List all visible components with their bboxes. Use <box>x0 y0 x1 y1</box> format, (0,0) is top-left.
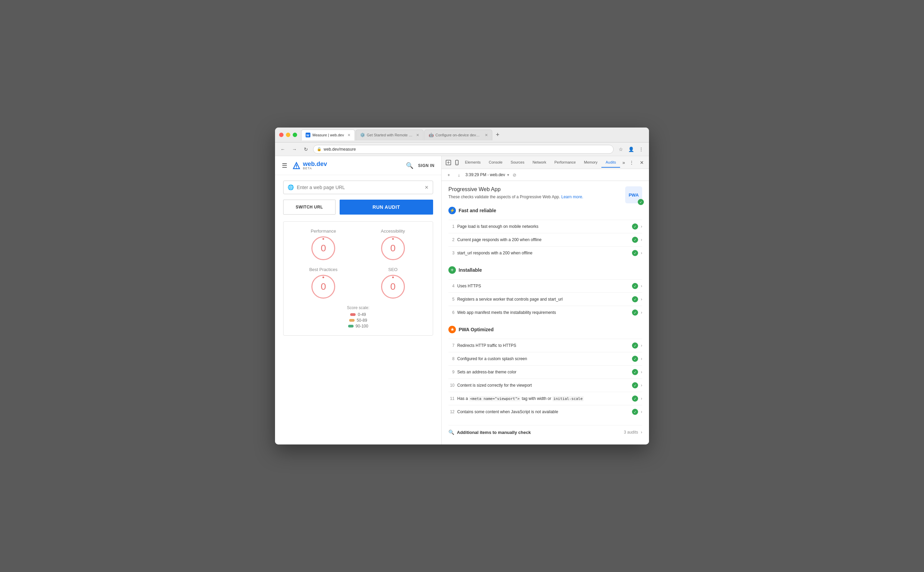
webdev-logo: ☰ web.dev BETA <box>282 161 327 170</box>
pwa-optimized-icon: ★ <box>448 326 456 333</box>
forward-button[interactable]: → <box>290 145 299 154</box>
audit-check-8: ✓ <box>632 356 638 362</box>
url-input[interactable] <box>297 185 422 190</box>
hamburger-icon[interactable]: ☰ <box>282 162 287 169</box>
search-icon[interactable]: 🔍 <box>406 162 413 169</box>
audit-chevron-10[interactable]: › <box>641 383 642 388</box>
score-cards: Performance 0 Accessibility 0 <box>283 221 433 336</box>
svg-text:W: W <box>306 134 309 137</box>
bookmark-button[interactable]: ☆ <box>616 145 625 154</box>
url-bar[interactable]: 🔒 web.dev/measure <box>313 145 614 154</box>
accessibility-dot <box>392 238 394 240</box>
close-button[interactable] <box>279 133 284 137</box>
tab-performance[interactable]: Performance <box>550 157 580 168</box>
webdev-header: ☰ web.dev BETA 🔍 SIGN IN <box>275 156 441 175</box>
tab-elements[interactable]: Elements <box>461 157 485 168</box>
new-tab-button[interactable]: + <box>493 130 502 140</box>
menu-button[interactable]: ⋮ <box>637 145 646 154</box>
more-tabs-icon[interactable]: » <box>620 159 627 166</box>
tab-2[interactable]: ⚙️ Get Started with Remote Debu... ✕ <box>356 129 423 140</box>
new-audit-icon[interactable]: + <box>445 171 453 179</box>
score-card-best-practices: Best Practices 0 <box>290 267 357 298</box>
devtools-more-button[interactable]: ⋮ <box>627 158 636 167</box>
audit-num-4: 4 <box>448 284 454 288</box>
devtools-device-icon[interactable] <box>453 158 460 167</box>
svg-rect-6 <box>456 160 458 165</box>
scale-dot-orange <box>349 319 355 322</box>
pwa-title: Progressive Web App <box>448 187 583 193</box>
tab-network[interactable]: Network <box>528 157 550 168</box>
audit-chevron-1[interactable]: › <box>641 224 642 229</box>
download-icon[interactable]: ↓ <box>455 171 463 179</box>
tab-sources[interactable]: Sources <box>507 157 528 168</box>
sign-in-button[interactable]: SIGN IN <box>418 163 434 168</box>
audit-num-1: 1 <box>448 224 454 229</box>
tab-3[interactable]: 🤖 Configure on-device develope... ✕ <box>424 129 492 140</box>
best-practices-label: Best Practices <box>309 267 338 272</box>
scale-range-orange: 50-89 <box>357 318 367 323</box>
audit-num-5: 5 <box>448 297 454 302</box>
learn-more-link[interactable]: Learn more. <box>561 194 583 199</box>
scale-items: 0-49 50-89 90-100 <box>290 312 426 328</box>
audit-chevron-8[interactable]: › <box>641 356 642 361</box>
audit-text-5: Registers a service worker that controls… <box>457 297 629 302</box>
audit-toolbar: + ↓ 3:39:29 PM - web.dev ▼ ⊘ <box>442 169 649 181</box>
audit-chevron-9[interactable]: › <box>641 370 642 375</box>
audit-chevron-2[interactable]: › <box>641 237 642 242</box>
webdev-logo-icon <box>293 162 300 169</box>
tab-close-icon[interactable]: ✕ <box>347 133 350 137</box>
score-card-seo: SEO 0 <box>360 267 426 298</box>
audit-chevron-11[interactable]: › <box>641 396 642 401</box>
performance-circle: 0 <box>312 236 335 260</box>
tab-memory[interactable]: Memory <box>580 157 602 168</box>
tab-console[interactable]: Console <box>485 157 507 168</box>
audit-chevron-7[interactable]: › <box>641 343 642 348</box>
devtools-inspect-icon[interactable] <box>444 158 453 167</box>
audit-item-9: 9 Sets an address-bar theme color ✓ › <box>448 365 642 379</box>
score-scale: Score scale: 0-49 50-89 <box>290 305 426 328</box>
audit-chevron-3[interactable]: › <box>641 251 642 255</box>
tab-audits[interactable]: Audits <box>602 157 620 168</box>
audit-chevron-6[interactable]: › <box>641 310 642 315</box>
audit-text-1: Page load is fast enough on mobile netwo… <box>457 224 629 230</box>
block-icon[interactable]: ⊘ <box>513 173 516 177</box>
installable-icon: + <box>448 266 456 274</box>
devtools-close-button[interactable]: ✕ <box>637 158 646 167</box>
audit-check-10: ✓ <box>632 382 638 389</box>
audit-chevron-12[interactable]: › <box>641 409 642 414</box>
tab-performance-label: Performance <box>555 160 576 164</box>
tab-3-close-icon[interactable]: ✕ <box>485 133 488 137</box>
best-practices-value: 0 <box>321 281 326 292</box>
tab-favicon: W <box>305 133 310 137</box>
maximize-button[interactable] <box>293 133 297 137</box>
tab-active[interactable]: W Measure | web.dev ✕ <box>301 129 355 140</box>
score-card-performance: Performance 0 <box>290 228 357 260</box>
audit-check-2: ✓ <box>632 237 638 243</box>
audit-chevron-4[interactable]: › <box>641 284 642 288</box>
meta-viewport-code: <meta name="viewport"> <box>469 396 521 401</box>
initial-scale-code: initial-scale <box>552 396 584 401</box>
logo-text: web.dev BETA <box>303 161 327 170</box>
switch-url-button[interactable]: SWITCH URL <box>283 200 336 214</box>
reload-button[interactable]: ↻ <box>302 145 310 154</box>
tab-2-close-icon[interactable]: ✕ <box>416 133 419 137</box>
devtools-panel: Elements Console Sources Network Perform… <box>442 156 649 445</box>
tab-audits-label: Audits <box>605 160 616 164</box>
audit-item-1: 1 Page load is fast enough on mobile net… <box>448 220 642 233</box>
scale-item-orange: 50-89 <box>349 318 367 323</box>
run-audit-button[interactable]: RUN AUDIT <box>340 200 433 214</box>
action-buttons: SWITCH URL RUN AUDIT <box>283 200 433 214</box>
minimize-button[interactable] <box>286 133 290 137</box>
additional-chevron-icon[interactable]: › <box>641 430 642 435</box>
back-button[interactable]: ← <box>278 145 287 154</box>
audit-chevron-5[interactable]: › <box>641 297 642 302</box>
section-fast-reliable: ⚡ Fast and reliable 1 Page load is fast … <box>448 207 642 260</box>
additional-items-row[interactable]: 🔍 Additional items to manually check 3 a… <box>448 425 642 439</box>
section-pwa-optimized: ★ PWA Optimized 7 Redirects HTTP traffic… <box>448 326 642 418</box>
clear-input-icon[interactable]: ✕ <box>425 185 429 190</box>
url-text: web.dev/measure <box>324 147 356 152</box>
fast-reliable-title: Fast and reliable <box>459 208 496 213</box>
session-arrow-icon[interactable]: ▼ <box>507 173 510 177</box>
account-button[interactable]: 👤 <box>626 145 636 154</box>
section-installable: + Installable 4 Uses HTTPS ✓ › 5 Registe… <box>448 266 642 319</box>
